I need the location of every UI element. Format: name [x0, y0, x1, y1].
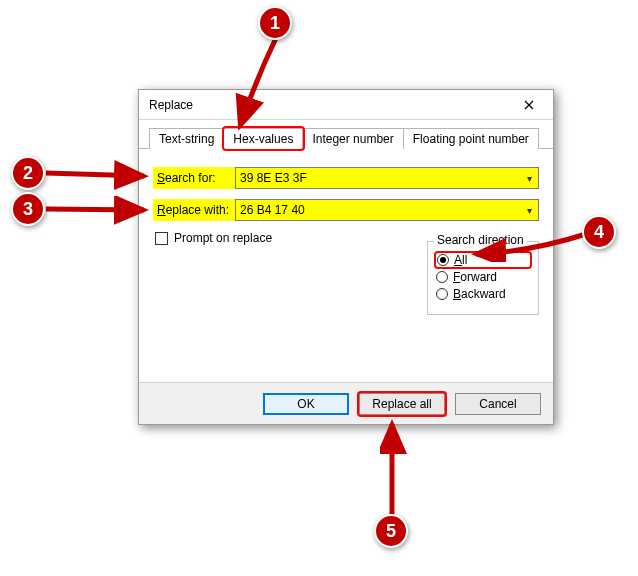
- search-for-input[interactable]: 39 8E E3 3F ▾: [235, 167, 539, 189]
- replace-with-row: Replace with: 26 B4 17 40 ▾: [153, 199, 539, 221]
- radio-forward[interactable]: Forward: [436, 270, 530, 284]
- dialog-title: Replace: [149, 98, 509, 112]
- radio-icon: [437, 254, 449, 266]
- annotation-marker-4: 4: [582, 215, 616, 249]
- radio-icon: [436, 288, 448, 300]
- search-for-label: Search for:: [153, 167, 235, 189]
- close-button[interactable]: [509, 91, 549, 119]
- tab-label: Integer number: [312, 132, 393, 146]
- radio-backward[interactable]: Backward: [436, 287, 530, 301]
- chevron-down-icon[interactable]: ▾: [525, 173, 534, 184]
- radio-all[interactable]: All: [436, 253, 530, 267]
- annotation-marker-3: 3: [11, 192, 45, 226]
- search-direction-group: Search direction All Forward Backward: [427, 241, 539, 315]
- prompt-label: Prompt on replace: [174, 231, 272, 245]
- tab-row: Text-string Hex-values Integer number Fl…: [139, 120, 553, 149]
- annotation-marker-2: 2: [11, 156, 45, 190]
- annotation-marker-5: 5: [374, 514, 408, 548]
- tab-text-string[interactable]: Text-string: [149, 128, 224, 149]
- tab-integer-number[interactable]: Integer number: [303, 128, 403, 149]
- search-for-value: 39 8E E3 3F: [240, 171, 525, 185]
- chevron-down-icon[interactable]: ▾: [525, 205, 534, 216]
- replace-with-label: Replace with:: [153, 199, 235, 221]
- tab-label: Floating point number: [413, 132, 529, 146]
- replace-with-input[interactable]: 26 B4 17 40 ▾: [235, 199, 539, 221]
- search-direction-legend: Search direction: [434, 233, 527, 247]
- replace-with-value: 26 B4 17 40: [240, 203, 525, 217]
- annotation-marker-1: 1: [258, 6, 292, 40]
- radio-icon: [436, 271, 448, 283]
- dialog-footer: OK Replace all Cancel: [139, 382, 553, 424]
- replace-all-button[interactable]: Replace all: [359, 393, 445, 415]
- tab-label: Text-string: [159, 132, 214, 146]
- prompt-checkbox[interactable]: [155, 232, 168, 245]
- search-for-row: Search for: 39 8E E3 3F ▾: [153, 167, 539, 189]
- tab-hex-values[interactable]: Hex-values: [224, 128, 303, 149]
- cancel-button[interactable]: Cancel: [455, 393, 541, 415]
- tab-floating-point[interactable]: Floating point number: [404, 128, 539, 149]
- dialog-body: Search for: 39 8E E3 3F ▾ Replace with: …: [139, 149, 553, 255]
- titlebar: Replace: [139, 90, 553, 120]
- close-icon: [524, 100, 534, 110]
- replace-dialog: Replace Text-string Hex-values Integer n…: [138, 89, 554, 425]
- ok-button[interactable]: OK: [263, 393, 349, 415]
- annotation-arrow-5: [380, 416, 410, 526]
- tab-label: Hex-values: [233, 132, 293, 146]
